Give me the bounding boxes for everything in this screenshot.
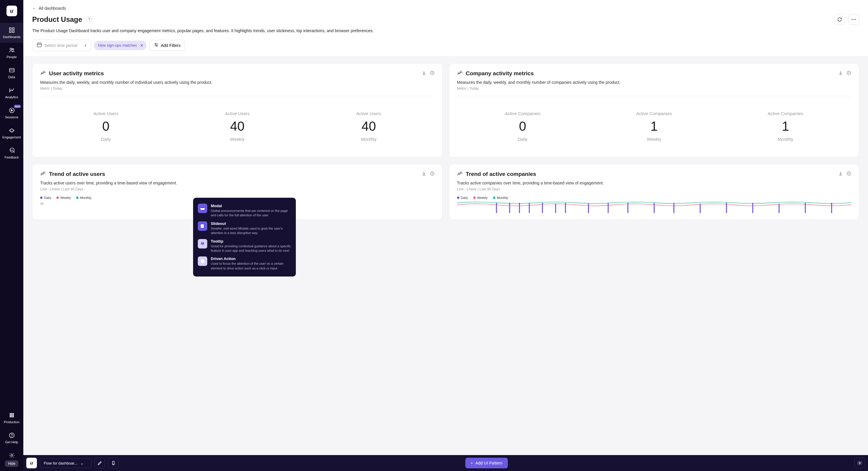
dashboards-icon — [8, 27, 15, 33]
sidebar-item-label: People — [6, 55, 17, 59]
flow-selector[interactable]: Flow for dashboar... ⌄ — [40, 458, 92, 468]
sidebar-item-label: Engagement — [2, 135, 21, 139]
card-meta: Metric | Today — [457, 87, 851, 91]
svg-rect-6 — [9, 68, 14, 72]
svg-point-47 — [859, 463, 861, 464]
analytics-icon — [8, 87, 15, 94]
svg-rect-19 — [11, 416, 12, 417]
sidebar-item-label: Production — [4, 420, 20, 424]
clock-icon[interactable] — [430, 171, 435, 177]
metric: Active Companies 0 Daily — [505, 111, 540, 142]
filter-chip[interactable]: New sign-ups matches ✕ — [94, 41, 147, 50]
sidebar-item-feedback[interactable]: Feedback — [0, 143, 23, 163]
chart-icon — [457, 170, 463, 178]
more-button[interactable] — [848, 14, 859, 25]
engagement-icon — [8, 127, 15, 134]
card-trend-companies: Trend of active companies Tracks active … — [449, 164, 860, 220]
tooltip-icon: i — [198, 239, 207, 249]
sidebar-item-label: Get Help — [5, 440, 18, 444]
card-meta: Line - Linear | Last 90 Days — [457, 187, 851, 191]
chart-icon — [40, 170, 46, 178]
svg-rect-17 — [13, 415, 14, 416]
sidebar-item-sessions[interactable]: Beta Sessions — [0, 103, 23, 123]
chart-legend: Daily Weekly Monthly — [457, 196, 851, 199]
svg-rect-40 — [200, 207, 205, 208]
time-period-picker[interactable]: Select time period ▾ — [32, 39, 91, 51]
svg-point-26 — [855, 19, 856, 20]
download-icon[interactable] — [422, 70, 426, 76]
bottom-logo[interactable]: u — [26, 458, 37, 468]
popup-item-title: Modal — [211, 203, 291, 208]
sidebar: u Dashboards People Data Analytics Beta … — [0, 0, 23, 471]
popup-item-modal[interactable]: Modal Global announcements that are cent… — [198, 202, 291, 220]
sidebar-item-label: Dashboards — [3, 35, 20, 39]
clock-icon[interactable] — [846, 171, 851, 177]
metric: Active Users 40 Monthly — [356, 111, 381, 142]
sidebar-item-analytics[interactable]: Analytics — [0, 83, 23, 103]
popup-item-desc: Global announcements that are centered o… — [211, 209, 291, 218]
svg-point-4 — [10, 48, 12, 50]
card-company-activity: Company activity metrics Measures the da… — [449, 63, 860, 157]
popup-item-driven-action[interactable]: Driven Action Used to focus the attentio… — [198, 255, 291, 272]
calendar-icon — [37, 42, 42, 49]
sidebar-item-settings[interactable] — [0, 448, 23, 460]
sidebar-item-engagement[interactable]: Engagement — [0, 123, 23, 143]
svg-point-24 — [852, 19, 852, 20]
popup-item-desc: Used to focus the attention of the user … — [211, 261, 291, 271]
svg-text:i: i — [202, 242, 203, 245]
download-icon[interactable] — [838, 171, 843, 177]
metric: Active Users 40 Weekly — [225, 111, 250, 142]
download-icon[interactable] — [422, 171, 426, 177]
svg-point-5 — [12, 49, 13, 50]
add-ui-pattern-button[interactable]: + Add UI Pattern — [465, 458, 508, 468]
edit-button[interactable] — [94, 458, 105, 468]
add-filters-button[interactable]: Add Filters — [149, 40, 185, 51]
card-desc: Tracks active companies over time, provi… — [457, 181, 851, 185]
settings-button[interactable] — [855, 458, 865, 468]
svg-point-10 — [11, 150, 12, 151]
add-filters-label: Add Filters — [161, 43, 181, 48]
arrow-left-icon: ← — [32, 6, 36, 11]
popup-item-slideout[interactable]: Slideout Smaller, mid-sized Modals used … — [198, 220, 291, 237]
feedback-icon — [8, 147, 15, 154]
svg-rect-2 — [9, 31, 11, 32]
popup-item-desc: Great for providing contextual guidance … — [211, 244, 291, 253]
sidebar-item-data[interactable]: Data — [0, 63, 23, 83]
sidebar-item-dashboards[interactable]: Dashboards — [0, 23, 23, 43]
svg-rect-1 — [12, 28, 14, 30]
sidebar-item-production[interactable]: Production — [0, 408, 23, 428]
mobile-preview-button[interactable] — [108, 458, 119, 468]
svg-point-23 — [11, 454, 13, 456]
back-link[interactable]: ← All dashboards — [32, 6, 859, 11]
popup-item-desc: Smaller, mid-sized Modals used to grab t… — [211, 226, 291, 236]
page-description: The Product Usage Dashboard tracks user … — [32, 28, 859, 33]
data-icon — [8, 67, 15, 73]
card-desc: Measures the daily, weekly, and monthly … — [457, 80, 851, 85]
card-title: Company activity metrics — [466, 70, 534, 77]
svg-rect-16 — [11, 415, 12, 416]
people-icon — [8, 47, 15, 54]
popup-item-title: Slideout — [211, 221, 291, 226]
title-help-icon[interactable]: ? — [86, 17, 92, 23]
chip-close-icon[interactable]: ✕ — [140, 43, 144, 48]
ui-pattern-popup: Modal Global announcements that are cent… — [193, 198, 296, 277]
download-icon[interactable] — [838, 70, 843, 76]
sidebar-item-label: Sessions — [5, 115, 18, 119]
add-pattern-label: Add UI Pattern — [475, 461, 502, 465]
sidebar-item-get-help[interactable]: Get Help — [0, 428, 23, 448]
card-meta: Metric | Today — [40, 87, 435, 91]
popup-item-tooltip[interactable]: i Tooltip Great for providing contextual… — [198, 237, 291, 255]
app-logo[interactable]: u — [6, 6, 17, 16]
beta-badge: Beta — [14, 105, 21, 108]
card-desc: Tracks active users over time, providing… — [40, 181, 435, 185]
svg-rect-15 — [10, 415, 11, 416]
refresh-button[interactable] — [834, 14, 845, 25]
sidebar-item-label: Analytics — [5, 95, 18, 99]
time-placeholder: Select time period — [44, 43, 78, 48]
clock-icon[interactable] — [846, 70, 851, 76]
hide-button[interactable]: Hide — [5, 460, 18, 467]
help-icon — [8, 432, 15, 439]
svg-rect-41 — [201, 224, 204, 228]
clock-icon[interactable] — [430, 70, 435, 76]
sidebar-item-people[interactable]: People — [0, 43, 23, 63]
